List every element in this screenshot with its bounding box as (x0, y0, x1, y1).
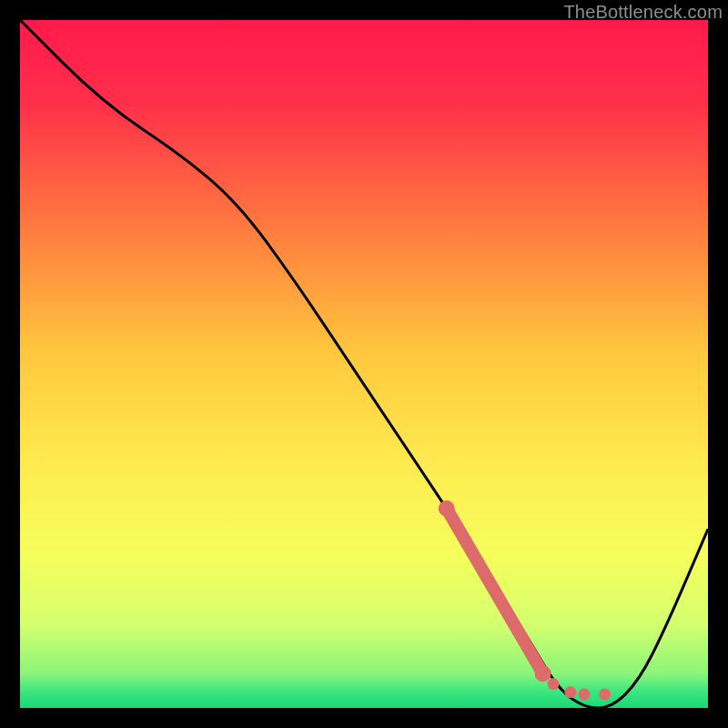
highlight-dot (547, 678, 559, 690)
highlight-end-cap (535, 665, 551, 682)
chart-svg (20, 20, 708, 708)
watermark-text: TheBottleneck.com (563, 2, 723, 23)
highlight-dot (564, 686, 576, 698)
chart-plot-area (20, 20, 708, 708)
highlight-dot (578, 688, 590, 700)
chart-frame: TheBottleneck.com (0, 0, 728, 728)
highlight-start-cap (439, 500, 455, 517)
gradient-background (20, 20, 708, 708)
highlight-dot (599, 688, 611, 700)
